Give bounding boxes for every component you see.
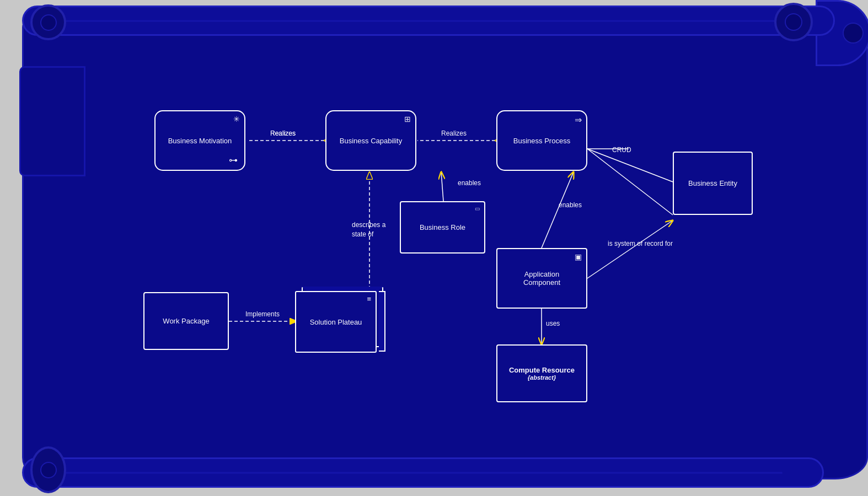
label-sysrec-text: is system of record for — [608, 240, 673, 247]
label-describes-text: describes astate of — [352, 220, 385, 239]
scroll-roll-top — [22, 6, 835, 36]
node-business-role: ▭ Business Role — [400, 201, 485, 254]
label-realizes-2-text: Realizes — [441, 130, 467, 137]
label-enables-1-text: enables — [458, 179, 481, 187]
node-application-component: ▣ ApplicationComponent — [496, 248, 587, 309]
diagram-canvas: Realizes Realizes Realizes CRUD enables … — [88, 44, 851, 452]
node-business-capability: ⊞ Business Capability — [325, 110, 416, 171]
arrow-sysrec — [587, 220, 673, 278]
arrow-enables-2 — [542, 172, 574, 248]
application-component-label: ApplicationComponent — [523, 270, 560, 287]
business-motivation-icon: ✳ — [233, 115, 240, 123]
label-crud-text: CRUD — [612, 146, 631, 154]
work-package-label: Work Package — [163, 317, 209, 325]
node-business-process: ⇒ Business Process — [496, 110, 587, 171]
curl-bottom-left — [30, 446, 66, 493]
business-process-icon: ⇒ — [575, 115, 582, 125]
arrow-enables-1 — [441, 172, 443, 201]
application-component-icon: ▣ — [575, 252, 582, 261]
business-capability-label: Business Capability — [340, 137, 402, 145]
node-business-motivation: ✳ Business Motivation ⊶ — [154, 110, 245, 171]
business-capability-icon: ⊞ — [404, 115, 411, 123]
label-realizes-1-text: Realizes — [270, 130, 296, 137]
business-motivation-label: Business Motivation — [168, 137, 232, 145]
label-enables-2-text: enables — [559, 201, 582, 209]
left-notch — [19, 66, 85, 176]
node-business-entity: Business Entity — [673, 152, 753, 215]
curl-top-right — [774, 3, 813, 41]
solution-plateau-label: Solution Plateau — [310, 318, 362, 326]
node-solution-plateau: ≡ Solution Plateau — [295, 287, 383, 353]
arrow-crud-1 — [587, 149, 673, 182]
compute-resource-abstract: {abstract} — [528, 374, 556, 381]
curl-top-left — [30, 4, 66, 40]
arrow-crud-2 — [587, 149, 673, 215]
scroll-container: Realizes Realizes Realizes CRUD enables … — [0, 0, 868, 496]
solution-plateau-icon: ≡ — [367, 295, 371, 303]
business-process-label: Business Process — [513, 137, 570, 145]
label-implements-text: Implements — [245, 310, 280, 318]
node-compute-resource: Compute Resource {abstract} — [496, 344, 587, 402]
node-work-package: Work Package — [143, 292, 229, 350]
business-role-icon: ▭ — [475, 206, 480, 212]
compute-resource-label: Compute Resource — [509, 366, 575, 374]
scroll-roll-bottom — [22, 457, 824, 488]
business-entity-label: Business Entity — [688, 179, 737, 187]
label-uses-text: uses — [546, 320, 560, 327]
business-role-label: Business Role — [420, 223, 465, 231]
business-motivation-bottom-icon: ⊶ — [229, 155, 238, 165]
